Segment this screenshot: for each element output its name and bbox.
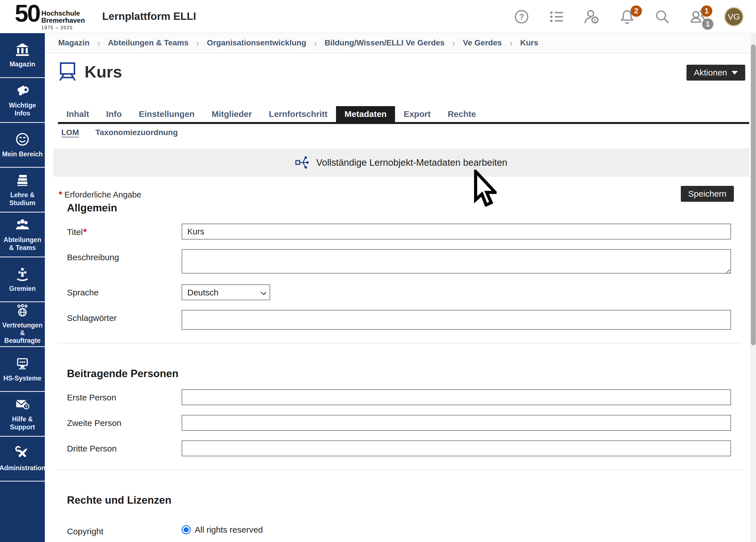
svg-text:!: ! xyxy=(594,16,596,23)
tab-mitglieder[interactable]: Mitglieder xyxy=(203,106,261,122)
dritte-person-label: Dritte Person xyxy=(58,440,182,453)
smiley-icon xyxy=(15,132,30,147)
sidebar-item-label: Lehre & Studium xyxy=(1,191,43,207)
sidebar-item-label: Vertretungen & Beauftragte xyxy=(1,322,43,344)
breadcrumb-item[interactable]: Magazin xyxy=(58,38,89,47)
svg-text:?: ? xyxy=(25,404,28,409)
tab-export[interactable]: Export xyxy=(395,106,439,122)
section-divider xyxy=(58,469,742,470)
copyright-label: Copyright xyxy=(58,523,182,536)
schlagwoerter-input[interactable] xyxy=(182,310,731,330)
notifications-badge: 2 xyxy=(631,5,642,17)
actions-button[interactable]: Aktionen xyxy=(686,65,745,81)
logo-years: 1975 – 2025 xyxy=(41,26,85,30)
section-title-beitragende: Beitragende Personen xyxy=(67,368,731,380)
megaphone-icon xyxy=(15,83,30,98)
form-row-titel: Titel* xyxy=(58,224,731,240)
sidebar-item-label: Mein Bereich xyxy=(2,150,43,158)
breadcrumb: Magazin › Abteilungen & Teams › Organisa… xyxy=(45,33,756,53)
list-icon[interactable] xyxy=(548,8,565,25)
vertical-scrollbar-track[interactable] xyxy=(750,33,756,542)
titel-label: Titel* xyxy=(58,224,182,237)
form-row-sprache: Sprache Deutsch xyxy=(58,284,731,300)
sidebar-item-wichtige-infos[interactable]: Wichtige Infos xyxy=(0,78,45,123)
zweite-person-input[interactable] xyxy=(182,415,731,431)
mail-question-icon: ? xyxy=(15,397,30,412)
chevron-right-icon: › xyxy=(509,38,513,48)
erste-person-label: Erste Person xyxy=(58,389,182,402)
section-divider xyxy=(58,343,742,343)
copyright-radio[interactable] xyxy=(182,525,191,534)
sidebar-item-gremien[interactable]: Gremien xyxy=(0,257,45,302)
sidebar-item-label: Wichtige Infos xyxy=(1,102,43,117)
logo-name-line1: Hochschule xyxy=(41,10,85,17)
tab-einstellungen[interactable]: Einstellungen xyxy=(130,106,203,122)
beschreibung-textarea[interactable] xyxy=(182,249,731,274)
search-icon[interactable] xyxy=(654,8,671,25)
actions-button-label: Aktionen xyxy=(694,68,727,77)
tab-lernfortschritt[interactable]: Lernfortschritt xyxy=(260,106,336,122)
metadata-tree-icon xyxy=(295,156,309,170)
form-row-dritte-person: Dritte Person xyxy=(58,440,731,456)
people-group-icon xyxy=(15,217,30,233)
titel-input[interactable] xyxy=(182,224,731,240)
logo-name-line2: Bremerhaven xyxy=(41,17,85,24)
contacts-icon[interactable]: 1 1 xyxy=(689,8,706,25)
breadcrumb-item[interactable]: Kurs xyxy=(520,38,538,47)
section-title-allgemein: Allgemein xyxy=(67,202,731,214)
sidebar-item-administration[interactable]: Administration xyxy=(0,437,45,482)
tab-bar: Inhalt Info Einstellungen Mitglieder Ler… xyxy=(58,106,749,124)
help-icon[interactable]: ? xyxy=(513,8,530,25)
page-title: Kurs xyxy=(85,62,122,81)
form-row-erste-person: Erste Person xyxy=(58,389,731,405)
dritte-person-input[interactable] xyxy=(182,440,731,456)
tab-rechte[interactable]: Rechte xyxy=(439,106,484,122)
contacts-badge-bottom: 1 xyxy=(702,18,713,30)
tab-metadaten[interactable]: Metadaten xyxy=(336,106,395,122)
form-row-schlagwoerter: Schlagwörter xyxy=(58,310,731,330)
edit-full-metadata-banner[interactable]: Vollständige Lernobjekt-Metadaten bearbe… xyxy=(53,148,749,177)
sidebar-item-hs-systeme[interactable]: HS-Systeme xyxy=(0,347,45,392)
metadata-form: Allgemein Titel* Beschreibung Sprache De… xyxy=(58,202,731,536)
chevron-right-icon: › xyxy=(97,38,100,48)
sidebar-item-magazin[interactable]: Magazin xyxy=(0,33,45,78)
top-header: 50 Hochschule Bremerhaven 1975 – 2025 Le… xyxy=(0,0,756,33)
sidebar-item-mein-bereich[interactable]: Mein Bereich xyxy=(0,123,45,168)
subtab-taxonomiezuordnung[interactable]: Taxonomiezuordnung xyxy=(87,128,186,137)
breadcrumb-item[interactable]: Organisationsentwicklung xyxy=(207,38,306,47)
user-status-icon[interactable]: ! xyxy=(583,8,600,25)
notifications-bell-icon[interactable]: 2 xyxy=(619,8,636,25)
books-icon xyxy=(15,173,30,188)
save-button[interactable]: Speichern xyxy=(681,186,734,202)
chevron-right-icon: › xyxy=(314,38,317,48)
required-star: * xyxy=(83,227,87,237)
save-button-label: Speichern xyxy=(688,189,726,199)
erste-person-input[interactable] xyxy=(182,389,731,405)
user-avatar[interactable]: VG xyxy=(724,7,744,26)
sidebar-item-vertretungen[interactable]: Vertretungen & Beauftragte xyxy=(0,302,45,347)
sidebar-item-hilfe-support[interactable]: ? Hilfe & Support xyxy=(0,392,45,437)
breadcrumb-item[interactable]: Abteilungen & Teams xyxy=(108,38,188,47)
subtab-bar: LOM Taxonomiezuordnung xyxy=(58,128,186,137)
banner-label: Vollständige Lernobjekt-Metadaten bearbe… xyxy=(316,157,507,168)
chevron-right-icon: › xyxy=(452,38,455,48)
header-icon-bar: ? ! 2 1 1 VG xyxy=(513,0,744,33)
sprache-select[interactable]: Deutsch xyxy=(182,284,270,300)
app-title: Lernplattform ELLI xyxy=(102,10,196,22)
subtab-lom[interactable]: LOM xyxy=(58,128,87,137)
logo-50-mark: 50 xyxy=(15,2,40,24)
required-hint-text: Erforderliche Angabe xyxy=(64,190,141,199)
page-header: Kurs xyxy=(58,61,122,82)
tab-inhalt[interactable]: Inhalt xyxy=(58,106,98,122)
breadcrumb-item[interactable]: Bildung/Wissen/ELLI Ve Gerdes xyxy=(325,38,445,47)
form-row-zweite-person: Zweite Person xyxy=(58,415,731,431)
breadcrumb-item[interactable]: Ve Gerdes xyxy=(463,38,502,47)
sidebar-item-label: Administration xyxy=(0,464,45,472)
tab-info[interactable]: Info xyxy=(98,106,130,122)
sidebar-item-abteilungen-teams[interactable]: Abteilungen & Teams xyxy=(0,213,45,257)
vertical-scrollbar-thumb[interactable] xyxy=(751,45,756,345)
committee-icon xyxy=(15,266,30,281)
sidebar-item-label: Gremien xyxy=(9,285,35,293)
sidebar-item-label: Hilfe & Support xyxy=(1,415,43,431)
sidebar-item-lehre-studium[interactable]: Lehre & Studium xyxy=(0,168,45,213)
